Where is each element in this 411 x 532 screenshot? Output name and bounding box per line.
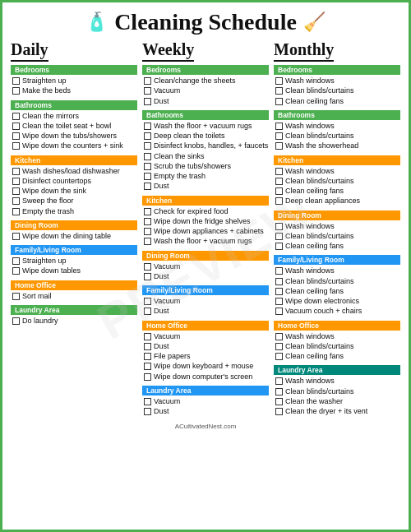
checkbox[interactable] (275, 87, 283, 95)
checkbox[interactable] (275, 187, 283, 195)
checkbox[interactable] (12, 113, 20, 120)
checkbox[interactable] (275, 178, 283, 185)
checkbox[interactable] (144, 173, 151, 180)
list-item: Wipe down appliances + cabinets (144, 227, 269, 236)
checkbox[interactable] (12, 168, 20, 175)
checkbox[interactable] (12, 233, 20, 240)
checkbox[interactable] (275, 308, 283, 315)
checkbox[interactable] (144, 363, 151, 370)
item-text: Clean blinds/curtains (285, 387, 354, 396)
checkbox[interactable] (12, 257, 20, 265)
checkbox[interactable] (144, 218, 151, 225)
checkbox[interactable] (12, 187, 20, 195)
list-item: Wipe down the tubs/showers (12, 132, 137, 141)
checkbox[interactable] (144, 123, 151, 130)
checkbox[interactable] (275, 197, 283, 205)
section-label: Home Office (11, 280, 137, 290)
checkbox[interactable] (12, 77, 20, 85)
checkbox[interactable] (144, 408, 151, 415)
checkbox[interactable] (12, 123, 20, 130)
item-text: Wipe down the counters + sink (22, 141, 123, 150)
checkbox[interactable] (144, 263, 151, 271)
checkbox[interactable] (144, 208, 151, 215)
item-text: Wipe down the dining table (22, 232, 111, 241)
checkbox[interactable] (144, 132, 151, 140)
checkbox[interactable] (275, 298, 283, 305)
checkbox[interactable] (275, 123, 283, 130)
checkbox[interactable] (144, 228, 151, 235)
checkbox[interactable] (275, 388, 283, 396)
checkbox[interactable] (144, 163, 151, 170)
item-text: Dust (154, 307, 169, 316)
checkbox[interactable] (275, 408, 283, 415)
list-item: Clean the toilet seat + bowl (12, 122, 137, 131)
checkbox[interactable] (12, 142, 20, 150)
checkbox[interactable] (275, 377, 283, 385)
list-item: Dust (144, 182, 269, 191)
checkbox[interactable] (275, 398, 283, 405)
checklist: Check for expired foodWipe down the frid… (142, 207, 269, 247)
checklist: VacuumDustFile papersWipe down keyboard … (142, 332, 269, 382)
checkbox[interactable] (275, 98, 283, 105)
checkbox[interactable] (144, 343, 151, 350)
item-text: Do laundry (22, 317, 58, 326)
checkbox[interactable] (144, 398, 151, 405)
checkbox[interactable] (144, 142, 151, 150)
checkbox[interactable] (12, 132, 20, 140)
checkbox[interactable] (275, 288, 283, 295)
list-item: Wipe down the sink (12, 187, 137, 196)
checkbox[interactable] (275, 267, 283, 275)
checkbox[interactable] (275, 333, 283, 340)
checkbox[interactable] (12, 197, 20, 205)
checkbox[interactable] (144, 153, 151, 160)
checkbox[interactable] (275, 168, 283, 175)
checkbox[interactable] (12, 267, 20, 275)
item-text: Wash windows (285, 377, 335, 386)
weekly-column: Weekly BedroomsClean/change the sheetsVa… (142, 40, 269, 420)
checkbox[interactable] (12, 317, 20, 325)
item-text: Wash windows (285, 332, 335, 341)
section-label: Bedrooms (11, 65, 137, 75)
checkbox[interactable] (275, 233, 283, 240)
list-item: Wash windows (275, 222, 400, 231)
list-item: File papers (144, 352, 269, 361)
section-label: Bedrooms (142, 65, 269, 75)
checkbox[interactable] (144, 238, 151, 245)
checkbox[interactable] (144, 77, 151, 85)
checkbox[interactable] (275, 132, 283, 140)
section-label: Home Office (274, 321, 400, 331)
checklist: Wash windowsClean blinds/curtainsClean c… (274, 76, 400, 106)
checkbox[interactable] (275, 343, 283, 350)
checkbox[interactable] (12, 293, 20, 300)
checkbox[interactable] (144, 353, 151, 360)
checkbox[interactable] (144, 333, 151, 340)
checkbox[interactable] (144, 308, 151, 315)
checkbox[interactable] (12, 178, 20, 185)
checkbox[interactable] (144, 87, 151, 95)
daily-column: Daily BedroomsStraighten upMake the beds… (11, 40, 137, 330)
checkbox[interactable] (144, 183, 151, 190)
item-text: Disinfect knobs, handles, + faucets (154, 141, 268, 150)
checkbox[interactable] (275, 223, 283, 230)
list-item: Scrub the tubs/showers (144, 162, 269, 171)
list-item: Wash the showerhead (275, 141, 400, 150)
list-item: Clean blinds/curtains (275, 132, 400, 141)
list-item: Clean the sinks (144, 152, 269, 161)
checkbox[interactable] (12, 87, 20, 95)
checkbox[interactable] (275, 243, 283, 250)
checkbox[interactable] (275, 353, 283, 360)
checkbox[interactable] (144, 298, 151, 305)
checkbox[interactable] (275, 142, 283, 150)
item-text: File papers (154, 352, 191, 361)
checkbox[interactable] (275, 77, 283, 85)
checkbox[interactable] (12, 208, 20, 215)
checkbox[interactable] (275, 278, 283, 285)
list-item: Disinfect knobs, handles, + faucets (144, 141, 269, 150)
item-text: Dust (154, 342, 169, 351)
item-text: Wipe down tables (22, 266, 81, 275)
checkbox[interactable] (144, 373, 151, 381)
item-text: Wipe down the sink (22, 187, 86, 196)
item-text: Empty the trash (22, 207, 74, 216)
checkbox[interactable] (144, 273, 151, 280)
checkbox[interactable] (144, 98, 151, 105)
